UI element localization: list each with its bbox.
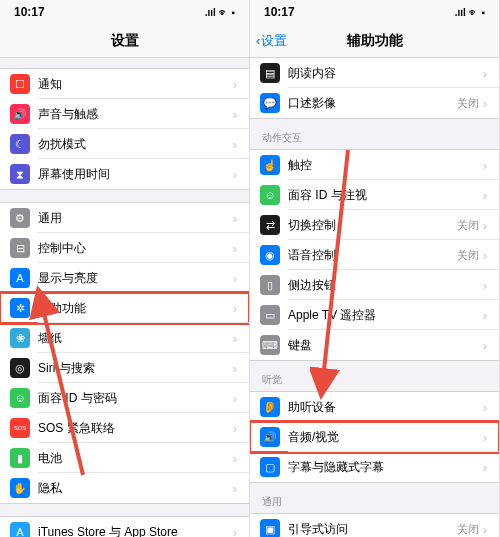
row-screentime[interactable]: ⧗屏幕使用时间› bbox=[0, 159, 249, 189]
row-touch[interactable]: ☝触控› bbox=[250, 150, 499, 180]
row-keyboard[interactable]: ⌨键盘› bbox=[250, 330, 499, 360]
row-spoken[interactable]: ▤朗读内容› bbox=[250, 58, 499, 88]
chevron-right-icon: › bbox=[233, 271, 237, 286]
row-label: 助听设备 bbox=[288, 399, 483, 416]
row-sos[interactable]: SOSSOS 紧急联络› bbox=[0, 413, 249, 443]
row-accessibility[interactable]: ✲辅助功能› bbox=[0, 293, 249, 323]
row-audio-desc[interactable]: 💬口述影像关闭› bbox=[250, 88, 499, 118]
chevron-right-icon: › bbox=[483, 248, 487, 263]
row-label: 侧边按钮 bbox=[288, 277, 483, 294]
row-label: 隐私 bbox=[38, 480, 233, 497]
row-faceid[interactable]: ☺面容 ID 与密码› bbox=[0, 383, 249, 413]
control-center-icon: ⊟ bbox=[10, 238, 30, 258]
status-time: 10:17 bbox=[14, 5, 45, 19]
audio-desc-icon: 💬 bbox=[260, 93, 280, 113]
hearing-icon: 👂 bbox=[260, 397, 280, 417]
voice-control-icon: ◉ bbox=[260, 245, 280, 265]
faceid-icon: ☺ bbox=[10, 388, 30, 408]
chevron-right-icon: › bbox=[233, 77, 237, 92]
back-button[interactable]: ‹ 设置 bbox=[256, 32, 287, 50]
row-general[interactable]: ⚙通用› bbox=[0, 203, 249, 233]
switch-control-icon: ⇄ bbox=[260, 215, 280, 235]
row-siri-search[interactable]: ◎Siri 与搜索› bbox=[0, 353, 249, 383]
general-icon: ⚙ bbox=[10, 208, 30, 228]
row-itunes[interactable]: AiTunes Store 与 App Store› bbox=[0, 517, 249, 537]
chevron-right-icon: › bbox=[483, 158, 487, 173]
row-display[interactable]: A显示与亮度› bbox=[0, 263, 249, 293]
group-header-motor: 动作交互 bbox=[250, 119, 499, 149]
row-sounds[interactable]: 🔊声音与触感› bbox=[0, 99, 249, 129]
row-battery[interactable]: ▮电池› bbox=[0, 443, 249, 473]
status-time: 10:17 bbox=[264, 5, 295, 19]
chevron-right-icon: › bbox=[483, 460, 487, 475]
row-voice-control[interactable]: ◉语音控制关闭› bbox=[250, 240, 499, 270]
appletv-icon: ▭ bbox=[260, 305, 280, 325]
hearing-group: 👂助听设备›🔊音频/视觉›▢字幕与隐藏式字幕› bbox=[250, 391, 499, 483]
chevron-right-icon: › bbox=[233, 107, 237, 122]
row-value: 关闭 bbox=[457, 218, 479, 233]
chevron-right-icon: › bbox=[233, 525, 237, 538]
row-label: 面容 ID 与注视 bbox=[288, 187, 483, 204]
chevron-right-icon: › bbox=[233, 451, 237, 466]
row-notifications[interactable]: ☐通知› bbox=[0, 69, 249, 99]
keyboard-icon: ⌨ bbox=[260, 335, 280, 355]
sos-icon: SOS bbox=[10, 418, 30, 438]
row-appletv[interactable]: ▭Apple TV 遥控器› bbox=[250, 300, 499, 330]
row-privacy[interactable]: ✋隐私› bbox=[0, 473, 249, 503]
row-dnd[interactable]: ☾勿扰模式› bbox=[0, 129, 249, 159]
chevron-right-icon: › bbox=[483, 430, 487, 445]
row-label: 引导式访问 bbox=[288, 521, 457, 538]
nav-bar: ‹ 设置 辅助功能 bbox=[250, 24, 499, 58]
row-value: 关闭 bbox=[457, 96, 479, 111]
guided-icon: ▣ bbox=[260, 519, 280, 537]
row-label: iTunes Store 与 App Store bbox=[38, 524, 233, 538]
chevron-left-icon: ‹ bbox=[256, 33, 260, 48]
siri-search-icon: ◎ bbox=[10, 358, 30, 378]
display-icon: A bbox=[10, 268, 30, 288]
status-indicators: .ııl ᯤ ▪ bbox=[455, 7, 485, 18]
wallpaper-icon: ❀ bbox=[10, 328, 30, 348]
row-subtitles[interactable]: ▢字幕与隐藏式字幕› bbox=[250, 452, 499, 482]
spoken-icon: ▤ bbox=[260, 63, 280, 83]
settings-group-3: AiTunes Store 与 App Store›▤钱包与 Apple Pay… bbox=[0, 516, 249, 537]
row-value: 关闭 bbox=[457, 522, 479, 537]
row-switch-control[interactable]: ⇄切换控制关闭› bbox=[250, 210, 499, 240]
motor-group: ☝触控›☺面容 ID 与注视›⇄切换控制关闭›◉语音控制关闭›▯侧边按钮›▭Ap… bbox=[250, 149, 499, 361]
row-guided[interactable]: ▣引导式访问关闭› bbox=[250, 514, 499, 537]
faceid-attention-icon: ☺ bbox=[260, 185, 280, 205]
row-hearing[interactable]: 👂助听设备› bbox=[250, 392, 499, 422]
group-header-hearing: 听觉 bbox=[250, 361, 499, 391]
chevron-right-icon: › bbox=[483, 96, 487, 111]
sounds-icon: 🔊 bbox=[10, 104, 30, 124]
status-bar: 10:17 .ııl ᯤ ▪ bbox=[0, 0, 249, 24]
chevron-right-icon: › bbox=[233, 167, 237, 182]
row-label: 触控 bbox=[288, 157, 483, 174]
row-audio-visual[interactable]: 🔊音频/视觉› bbox=[250, 422, 499, 452]
row-faceid-attention[interactable]: ☺面容 ID 与注视› bbox=[250, 180, 499, 210]
chevron-right-icon: › bbox=[483, 218, 487, 233]
chevron-right-icon: › bbox=[233, 391, 237, 406]
status-indicators: .ııl ᯤ ▪ bbox=[205, 7, 235, 18]
chevron-right-icon: › bbox=[233, 301, 237, 316]
chevron-right-icon: › bbox=[233, 137, 237, 152]
chevron-right-icon: › bbox=[483, 66, 487, 81]
row-label: Siri 与搜索 bbox=[38, 360, 233, 377]
row-wallpaper[interactable]: ❀墙纸› bbox=[0, 323, 249, 353]
row-side-button[interactable]: ▯侧边按钮› bbox=[250, 270, 499, 300]
touch-icon: ☝ bbox=[260, 155, 280, 175]
nav-bar: 设置 bbox=[0, 24, 249, 58]
vision-group-tail: ▤朗读内容›💬口述影像关闭› bbox=[250, 58, 499, 119]
row-label: 键盘 bbox=[288, 337, 483, 354]
row-label: 墙纸 bbox=[38, 330, 233, 347]
right-screenshot: 10:17 .ııl ᯤ ▪ ‹ 设置 辅助功能 ▤朗读内容›💬口述影像关闭› … bbox=[250, 0, 500, 537]
row-label: 电池 bbox=[38, 450, 233, 467]
chevron-right-icon: › bbox=[483, 338, 487, 353]
row-label: 音频/视觉 bbox=[288, 429, 483, 446]
chevron-right-icon: › bbox=[483, 522, 487, 537]
row-label: 面容 ID 与密码 bbox=[38, 390, 233, 407]
group-header-general: 通用 bbox=[250, 483, 499, 513]
battery-icon: ▮ bbox=[10, 448, 30, 468]
page-title: 辅助功能 bbox=[347, 32, 403, 50]
row-control-center[interactable]: ⊟控制中心› bbox=[0, 233, 249, 263]
chevron-right-icon: › bbox=[483, 400, 487, 415]
